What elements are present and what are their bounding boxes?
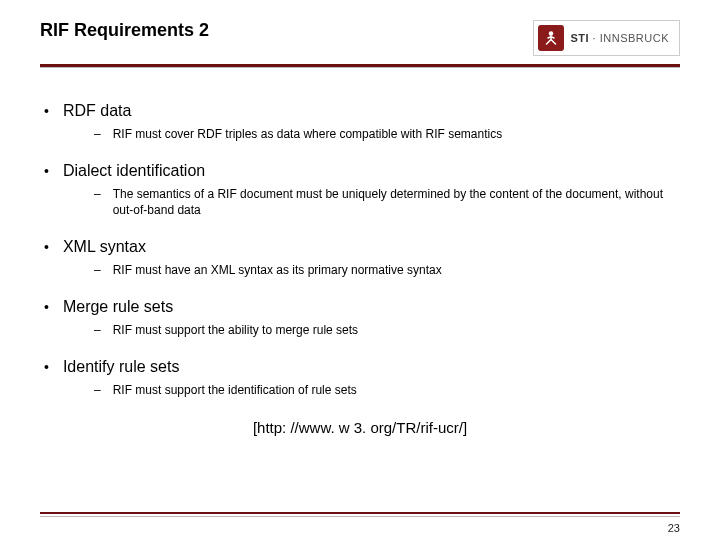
logo-badge-icon xyxy=(538,25,564,51)
slide-header: RIF Requirements 2 STI · INNSBRUCK xyxy=(0,0,720,64)
item-heading: • Dialect identification xyxy=(40,162,680,180)
list-item: • RDF data – RIF must cover RDF triples … xyxy=(40,102,680,142)
list-item: • Merge rule sets – RIF must support the… xyxy=(40,298,680,338)
list-item: • XML syntax – RIF must have an XML synt… xyxy=(40,238,680,278)
item-heading: • Merge rule sets xyxy=(40,298,680,316)
page-number: 23 xyxy=(668,522,680,534)
reference-url: [http: //www. w 3. org/TR/rif-ucr/] xyxy=(40,419,680,436)
item-heading: • Identify rule sets xyxy=(40,358,680,376)
item-label: Merge rule sets xyxy=(63,298,173,316)
dash-icon: – xyxy=(94,262,101,278)
dash-icon: – xyxy=(94,186,101,218)
footer-rule-dark xyxy=(40,512,680,515)
bullet-icon: • xyxy=(44,300,49,314)
sub-text: RIF must have an XML syntax as its prima… xyxy=(113,262,680,278)
sub-item: – RIF must support the ability to merge … xyxy=(40,322,680,338)
item-heading: • XML syntax xyxy=(40,238,680,256)
bullet-icon: • xyxy=(44,164,49,178)
dash-icon: – xyxy=(94,126,101,142)
logo-text-rest: · INNSBRUCK xyxy=(589,32,669,44)
footer-rule-light xyxy=(40,516,680,517)
sub-item: – RIF must cover RDF triples as data whe… xyxy=(40,126,680,142)
item-label: XML syntax xyxy=(63,238,146,256)
list-item: • Dialect identification – The semantics… xyxy=(40,162,680,218)
sub-text: RIF must cover RDF triples as data where… xyxy=(113,126,680,142)
sub-item: – RIF must support the identification of… xyxy=(40,382,680,398)
dash-icon: – xyxy=(94,382,101,398)
slide-title: RIF Requirements 2 xyxy=(40,20,209,41)
list-item: • Identify rule sets – RIF must support … xyxy=(40,358,680,398)
item-label: Dialect identification xyxy=(63,162,205,180)
bullet-icon: • xyxy=(44,240,49,254)
logo-text-bold: STI xyxy=(570,32,589,44)
logo-text: STI · INNSBRUCK xyxy=(570,32,669,44)
sub-item: – RIF must have an XML syntax as its pri… xyxy=(40,262,680,278)
sub-text: The semantics of a RIF document must be … xyxy=(113,186,680,218)
sti-logo: STI · INNSBRUCK xyxy=(533,20,680,56)
sub-text: RIF must support the ability to merge ru… xyxy=(113,322,680,338)
bullet-icon: • xyxy=(44,104,49,118)
slide-content: • RDF data – RIF must cover RDF triples … xyxy=(0,68,720,436)
item-heading: • RDF data xyxy=(40,102,680,120)
item-label: RDF data xyxy=(63,102,131,120)
item-label: Identify rule sets xyxy=(63,358,180,376)
dash-icon: – xyxy=(94,322,101,338)
bullet-icon: • xyxy=(44,360,49,374)
sub-text: RIF must support the identification of r… xyxy=(113,382,680,398)
sub-item: – The semantics of a RIF document must b… xyxy=(40,186,680,218)
